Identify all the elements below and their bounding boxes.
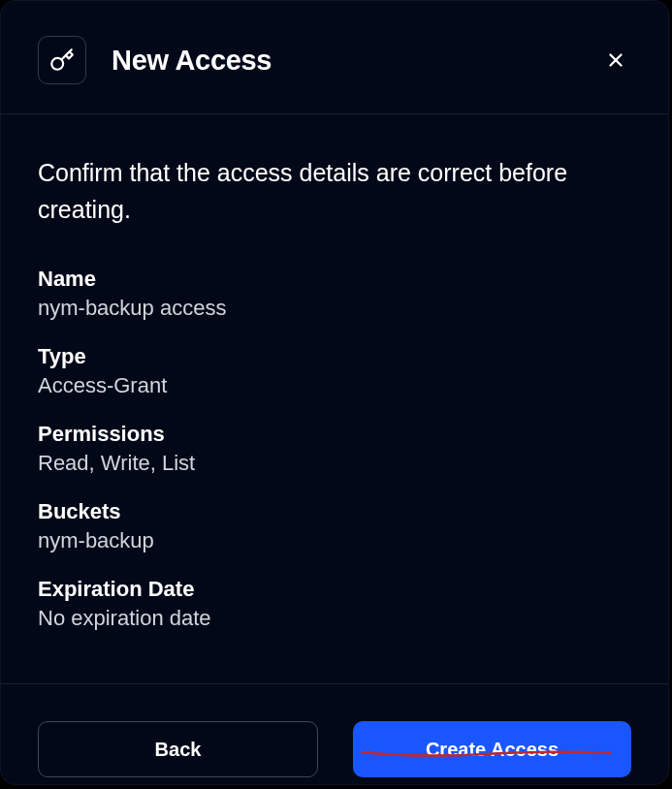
detail-label-expiration: Expiration Date xyxy=(38,577,631,602)
new-access-modal: New Access Confirm that the access detai… xyxy=(0,0,669,785)
detail-name: Name nym-backup access xyxy=(38,267,631,321)
key-icon xyxy=(49,47,75,73)
header-left: New Access xyxy=(38,36,272,84)
modal-footer: Back Create Access xyxy=(1,683,668,789)
key-icon-container xyxy=(38,36,86,84)
close-icon xyxy=(605,49,626,71)
detail-type: Type Access-Grant xyxy=(38,344,631,398)
modal-body: Confirm that the access details are corr… xyxy=(1,114,668,683)
close-button[interactable] xyxy=(600,45,631,76)
detail-value-buckets: nym-backup xyxy=(38,528,631,553)
modal-header: New Access xyxy=(1,1,668,114)
detail-label-permissions: Permissions xyxy=(38,422,631,447)
detail-buckets: Buckets nym-backup xyxy=(38,499,631,553)
detail-value-type: Access-Grant xyxy=(38,373,631,398)
detail-label-buckets: Buckets xyxy=(38,499,631,524)
detail-label-type: Type xyxy=(38,344,631,369)
detail-permissions: Permissions Read, Write, List xyxy=(38,422,631,476)
modal-title: New Access xyxy=(112,45,272,77)
detail-value-name: nym-backup access xyxy=(38,296,631,321)
detail-expiration: Expiration Date No expiration date xyxy=(38,577,631,631)
detail-label-name: Name xyxy=(38,267,631,292)
back-button[interactable]: Back xyxy=(38,721,318,777)
create-access-button[interactable]: Create Access xyxy=(353,721,631,777)
confirm-text: Confirm that the access details are corr… xyxy=(38,155,631,228)
detail-value-expiration: No expiration date xyxy=(38,606,631,631)
detail-value-permissions: Read, Write, List xyxy=(38,451,631,476)
